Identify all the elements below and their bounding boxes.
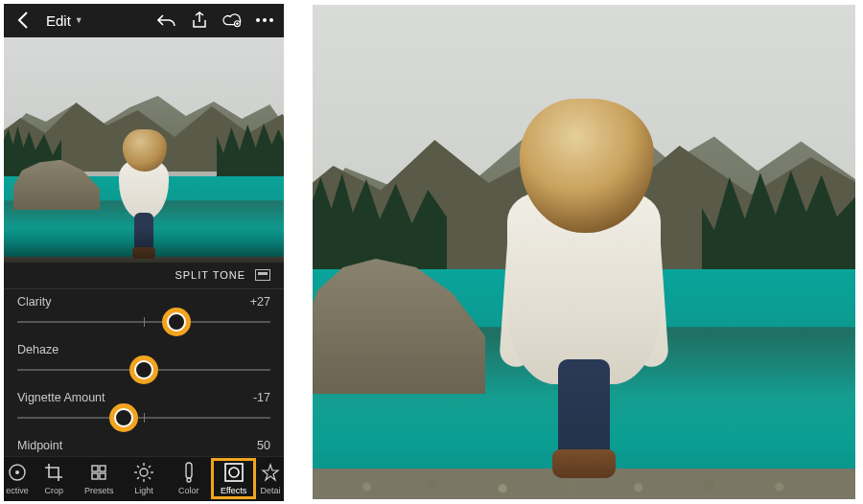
clarity-value: +27 (250, 295, 270, 309)
vignette-value: -17 (253, 391, 270, 404)
dehaze-label: Dehaze (17, 343, 58, 356)
svg-rect-8 (92, 473, 98, 479)
svg-point-2 (263, 18, 267, 22)
split-tone-button[interactable]: SPLIT TONE (4, 263, 284, 289)
split-tone-icon (255, 269, 270, 281)
svg-point-10 (140, 469, 148, 476)
caret-down-icon: ▼ (75, 15, 83, 25)
svg-point-5 (15, 470, 19, 474)
dehaze-slider-row: Dehaze (17, 343, 270, 379)
bottom-toolstrip: ective Crop Presets Light Color (4, 456, 284, 501)
mode-label: Edit (46, 12, 71, 29)
tool-presets-label: Presets (84, 486, 114, 495)
cloud-sync-button[interactable] (222, 11, 242, 30)
tool-color-label: Color (178, 486, 199, 495)
split-tone-label: SPLIT TONE (175, 269, 245, 281)
clarity-slider[interactable] (17, 312, 270, 332)
vignette-label: Vignette Amount (17, 391, 105, 404)
tool-crop[interactable]: Crop (35, 462, 74, 495)
svg-rect-19 (186, 463, 192, 478)
presets-icon (88, 462, 109, 483)
midpoint-value: 50 (257, 439, 270, 452)
effects-highlight (211, 458, 256, 499)
dehaze-knob[interactable] (134, 360, 153, 379)
tool-crop-label: Crop (45, 486, 64, 495)
result-photo (313, 5, 855, 499)
vignette-knob[interactable] (114, 408, 133, 427)
tool-presets[interactable]: Presets (80, 462, 119, 495)
dehaze-slider[interactable] (17, 360, 270, 379)
svg-point-1 (256, 18, 260, 22)
undo-button[interactable] (157, 11, 176, 30)
tool-light-label: Light (134, 486, 153, 495)
tool-effects[interactable]: Effects (214, 462, 253, 495)
svg-line-16 (149, 477, 151, 479)
lightroom-mobile-panel: Edit ▼ (4, 4, 284, 501)
vignette-slider-row: Vignette Amount -17 (17, 391, 270, 427)
svg-point-20 (187, 478, 191, 482)
svg-rect-9 (100, 473, 105, 479)
detail-icon (260, 462, 281, 483)
top-bar: Edit ▼ (4, 4, 284, 37)
clarity-label: Clarity (17, 295, 51, 309)
back-button[interactable] (13, 11, 33, 30)
svg-line-15 (137, 466, 139, 468)
color-icon (178, 462, 199, 483)
svg-line-17 (149, 466, 151, 468)
crop-icon (43, 462, 64, 483)
svg-rect-7 (100, 466, 105, 471)
photo-preview[interactable] (4, 37, 284, 263)
vignette-slider[interactable] (17, 408, 270, 427)
clarity-knob[interactable] (167, 312, 186, 332)
light-icon (133, 462, 154, 483)
svg-rect-6 (92, 466, 98, 471)
selective-icon (7, 462, 28, 483)
mode-selector[interactable]: Edit ▼ (46, 12, 83, 29)
svg-line-18 (137, 477, 139, 479)
tool-color[interactable]: Color (169, 462, 208, 495)
tool-selective[interactable]: ective (6, 462, 29, 495)
tool-light[interactable]: Light (124, 462, 163, 495)
tool-detail[interactable]: Detai (259, 462, 282, 495)
share-button[interactable] (190, 11, 209, 30)
more-button[interactable] (255, 11, 274, 30)
svg-point-3 (269, 18, 273, 22)
midpoint-label: Midpoint (17, 439, 62, 452)
tool-selective-label: ective (6, 486, 29, 495)
midpoint-slider-row: Midpoint 50 (17, 439, 270, 452)
effects-sliders: Clarity +27 Dehaze Vignette Amount -17 (4, 289, 284, 456)
clarity-slider-row: Clarity +27 (17, 295, 270, 332)
tool-detail-label: Detai (260, 486, 280, 495)
